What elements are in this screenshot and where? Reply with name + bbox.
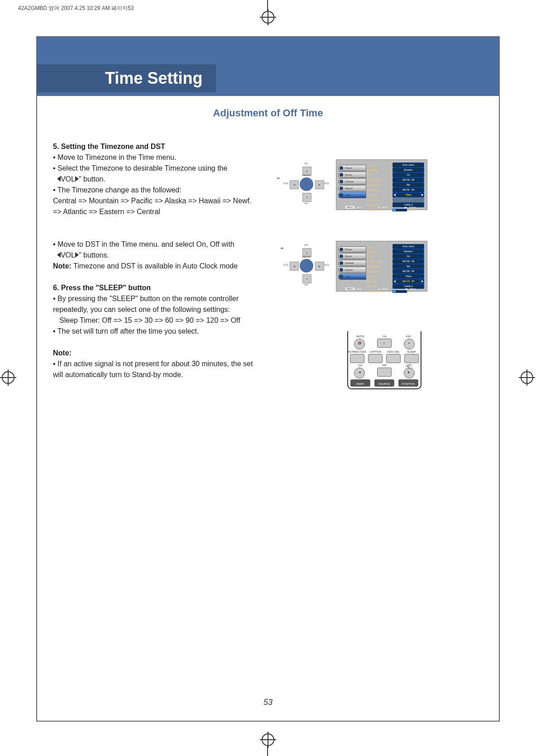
page-number: 53 [37,698,499,707]
osd-row: TimezoneEastern [367,167,424,172]
ch-left-button: ◀ [354,368,365,378]
dst-line: • Move to DST in the Time menu. and sele… [53,239,261,261]
osd-tab: Picture [338,165,366,171]
note-label: Note: [53,349,72,357]
osd-row: TimezoneEastern [367,249,424,254]
screen-size-button [350,354,364,363]
quote-mark: " [281,247,283,255]
osd-row: DSTOn [367,254,424,259]
position-button: POSITION [398,379,418,387]
step5-heading: 5. Setting the Timezone and DST [53,143,165,150]
osd-row: Wake TimerSet [367,182,424,187]
caption-button [368,354,383,363]
step5-b3: • The Timezone change as the followed: [53,185,261,196]
osd-row: Current TimeAM 06 : 00 [367,259,424,264]
dpad-diagram: ▲ ▼ ◀ ▶ CH CH VOL VOL MENU [286,164,327,205]
osd-tab: Picture [338,246,366,253]
step5-b1: • Move to Timezone in the Time menu. [53,152,261,163]
quote-mark: " [277,177,280,185]
down-arrow-icon: ▼ [302,193,311,202]
title-banner: Time Setting [37,37,499,96]
osd-tab: Channel [338,260,366,266]
osd-row: Wake TimeAM 06 : 00 [367,269,424,274]
mute-icon: 🔇 [354,339,365,349]
step6-b2: • The set will turn off after the time y… [53,326,261,337]
osd-row: DSTOn [367,172,424,177]
dpad-center [300,259,313,273]
osd-tab: Feature [338,185,366,191]
ch-down-button: ▽ [377,339,392,348]
registration-right [521,371,534,385]
registration-bottom [0,733,536,756]
osd-tab: Time [338,273,366,280]
osd-row: TypeAuto clock [367,244,424,249]
add-del-button [386,354,401,363]
osd-row: Off TimerClear [367,274,424,279]
osd-tab: Sound [338,172,366,178]
right-arrow-icon [75,176,79,182]
left-arrow-icon: ◀ [290,262,299,271]
source-button: SOURCE [374,379,394,387]
left-arrow-icon: ◀ [290,180,299,189]
osd-row: Wake TimeAM 06 : 00 [367,187,424,192]
osd-tab: Sound [338,253,366,259]
osd-tab: Time [338,192,366,198]
osd-row: Off Timer◀Clear▶ [367,192,424,197]
fav-button: ▾ [404,339,415,349]
left-arrow-icon [57,176,61,182]
step5-seq: Central => Mountain => Pacific => Alaska… [53,196,261,217]
section-title: Adjustment of Off Time [105,107,431,119]
dpad-diagram: ▲ ▼ ◀ ▶ CH CH VOL VOL MENU [286,245,327,286]
registration-top [0,0,536,23]
step6-b1: • By pressing the "SLEEP" button on the … [53,293,261,315]
dst-note: Note: Timezone and DST is available in A… [53,261,261,272]
body-text: 5. Setting the Timezone and DST • Move t… [53,141,261,380]
osd-row: Current TimeAM 06 : 00 [367,177,424,182]
down-arrow-icon: ▼ [302,274,311,283]
osd-tab: Channel [338,178,366,185]
osd-row: Off Time◀AM 12 : 00▶ [367,279,424,284]
step5-b2: • Select the Timezone to desirable Timez… [53,163,261,185]
step6-heading: 6. Press the "SLEEP" button [53,284,151,292]
osd-row: Wake TimerSet [367,264,424,269]
pip-button [377,368,392,377]
osd-screenshot-dst: PictureSoundChannelFeatureTime TypeAuto … [336,241,427,292]
step6-seq: Sleep Timer: Off => 15 => 30 => 60 => 90… [53,315,261,326]
osd-tab: Feature [338,267,366,273]
registration-left [2,371,15,385]
right-arrow-icon: ▶ [315,180,324,189]
osd-row: TypeAuto clock [367,163,424,167]
page-title: Time Setting [37,64,216,92]
right-arrow-icon [75,252,79,258]
osd-row: Off Time- - : - - : - - [367,197,424,202]
swap-button: SWAP [350,379,370,387]
page-frame: Time Setting Adjustment of Off Time 5. S… [36,36,500,722]
dpad-center [300,177,313,191]
right-arrow-icon: ▶ [315,262,324,271]
osd-screenshot-timezone: PictureSoundChannelFeatureTime TypeAuto … [336,159,427,210]
left-arrow-icon [57,252,61,258]
note-text: • If an active signal is not present for… [53,359,261,380]
